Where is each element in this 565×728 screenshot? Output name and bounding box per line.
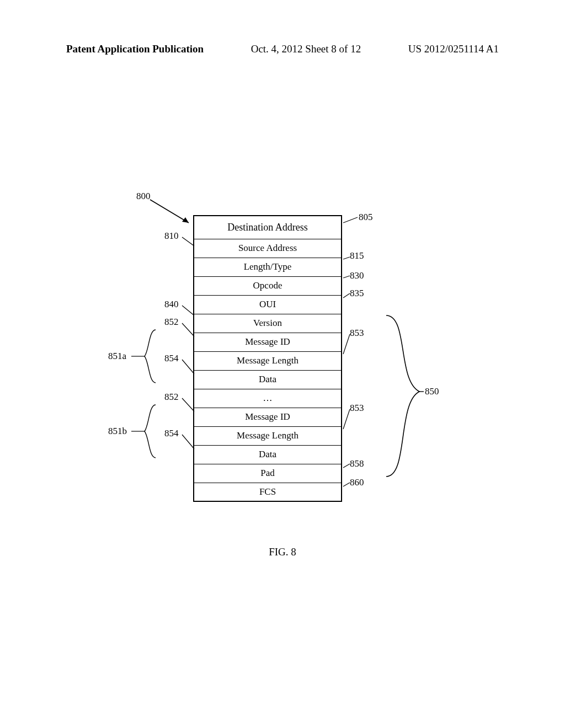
field-row-message-id-1: Message ID — [194, 333, 342, 351]
ref-852b: 852 — [164, 392, 179, 403]
field-fcs: FCS — [194, 483, 342, 501]
field-version: Version — [194, 314, 342, 333]
field-row-destination-address: Destination Address — [194, 216, 342, 239]
svg-line-0 — [150, 200, 189, 223]
brace-851b — [145, 405, 156, 458]
leader-840 — [182, 306, 194, 315]
ref-853b: 853 — [350, 403, 364, 414]
field-row-length-type: Length/Type — [194, 258, 342, 276]
ref-840: 840 — [164, 299, 179, 310]
field-message-id-1: Message ID — [194, 333, 342, 351]
field-message-length-1: Message Length — [194, 351, 342, 370]
header-date-sheet: Oct. 4, 2012 Sheet 8 of 12 — [251, 43, 361, 55]
field-row-source-address: Source Address — [194, 239, 342, 258]
leader-853a — [343, 334, 350, 354]
ref-805: 805 — [359, 212, 373, 223]
ref-851b: 851b — [108, 426, 127, 437]
field-message-length-2: Message Length — [194, 426, 342, 445]
ref-850: 850 — [425, 386, 439, 397]
leader-852b — [182, 398, 194, 411]
leader-835 — [343, 293, 350, 298]
field-data-1: Data — [194, 370, 342, 389]
field-row-ellipsis: … — [194, 389, 342, 408]
ref-854a: 854 — [164, 353, 179, 364]
field-length-type: Length/Type — [194, 258, 342, 276]
leader-805 — [343, 217, 358, 223]
field-pad: Pad — [194, 464, 342, 483]
field-data-2: Data — [194, 445, 342, 464]
leader-830 — [343, 276, 350, 278]
ref-853a: 853 — [350, 328, 364, 339]
leader-810 — [182, 237, 194, 246]
leader-860 — [343, 483, 350, 486]
ref-858: 858 — [350, 458, 364, 469]
ref-810: 810 — [164, 231, 179, 242]
arrow-800 — [150, 200, 189, 223]
ref-854b: 854 — [164, 428, 179, 439]
leader-815 — [343, 257, 350, 259]
ref-830: 830 — [350, 270, 364, 281]
ref-800: 800 — [136, 191, 151, 202]
ref-852a: 852 — [164, 317, 179, 328]
ref-860: 860 — [350, 477, 364, 488]
ref-835: 835 — [350, 288, 364, 299]
leader-852a — [182, 323, 194, 336]
leader-853b — [343, 409, 350, 429]
field-row-pad: Pad — [194, 464, 342, 483]
field-row-message-id-2: Message ID — [194, 408, 342, 426]
figure-caption: FIG. 8 — [0, 546, 565, 558]
field-ellipsis: … — [194, 389, 342, 408]
field-table-wrapper: Destination Address Source Address Lengt… — [193, 215, 342, 502]
field-row-opcode: Opcode — [194, 276, 342, 295]
header-patent-number: US 2012/0251114 A1 — [408, 43, 499, 55]
leader-854a — [182, 360, 194, 374]
field-row-fcs: FCS — [194, 483, 342, 501]
field-row-data-1: Data — [194, 370, 342, 389]
field-row-version: Version — [194, 314, 342, 333]
page-header: Patent Application Publication Oct. 4, 2… — [0, 43, 565, 55]
ref-815: 815 — [350, 250, 364, 261]
ref-851a: 851a — [108, 351, 126, 362]
leader-858 — [343, 464, 350, 468]
svg-marker-1 — [182, 217, 189, 223]
field-destination-address: Destination Address — [194, 216, 342, 239]
frame-field-table: Destination Address Source Address Lengt… — [193, 215, 342, 502]
brace-850 — [386, 315, 419, 477]
field-source-address: Source Address — [194, 239, 342, 258]
field-row-message-length-1: Message Length — [194, 351, 342, 370]
header-publication: Patent Application Publication — [66, 43, 204, 55]
field-oui: OUI — [194, 295, 342, 314]
field-opcode: Opcode — [194, 276, 342, 295]
leader-854b — [182, 435, 194, 449]
field-row-message-length-2: Message Length — [194, 426, 342, 445]
field-row-oui: OUI — [194, 295, 342, 314]
brace-851a — [145, 330, 156, 383]
field-message-id-2: Message ID — [194, 408, 342, 426]
field-row-data-2: Data — [194, 445, 342, 464]
